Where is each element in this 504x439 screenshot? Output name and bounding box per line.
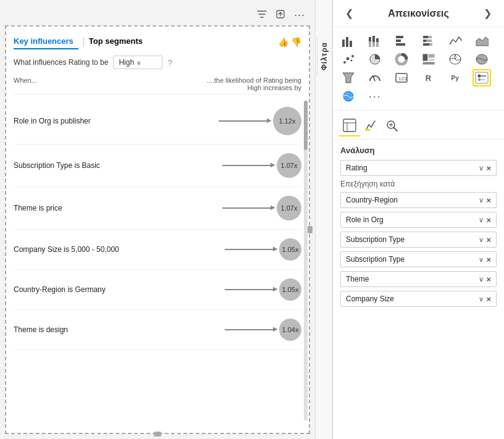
influencer-bubble: 1.07x bbox=[277, 196, 301, 220]
viz-stacked-horizontal-bar[interactable] bbox=[419, 32, 438, 49]
viz-horizontal-bar[interactable] bbox=[392, 32, 411, 49]
scrollbar-thumb[interactable] bbox=[304, 101, 308, 150]
viz-line-chart[interactable] bbox=[446, 32, 464, 49]
analyze-field-pill[interactable]: Rating ∨ × bbox=[340, 160, 497, 176]
svg-point-36 bbox=[477, 75, 481, 78]
help-icon[interactable]: ? bbox=[167, 58, 172, 67]
field-chevron[interactable]: ∨ bbox=[479, 216, 484, 224]
list-item[interactable]: Subscription Type is Basic 1.07x bbox=[14, 144, 301, 187]
svg-rect-44 bbox=[365, 129, 370, 131]
field-chevron[interactable]: ∨ bbox=[479, 275, 484, 283]
viz-scatter[interactable] bbox=[339, 51, 358, 68]
viz-key-influencers[interactable] bbox=[472, 69, 491, 86]
svg-rect-18 bbox=[429, 43, 432, 46]
svg-rect-5 bbox=[369, 41, 371, 47]
explain-field-5[interactable]: Company Size ∨ × bbox=[340, 291, 497, 307]
field-chevron[interactable]: ∨ bbox=[479, 236, 484, 244]
analyze-field-chevron[interactable]: ∨ bbox=[479, 164, 484, 172]
viz-icons-grid: 123 R Py ··· bbox=[333, 27, 504, 111]
list-item[interactable]: Country-Region is Germany 1.05x bbox=[14, 270, 301, 310]
svg-rect-4 bbox=[369, 37, 371, 41]
filter-panel-label[interactable]: Φίλτρα bbox=[317, 37, 331, 75]
when-label: When... bbox=[14, 77, 203, 91]
field-close[interactable]: × bbox=[486, 196, 491, 204]
svg-marker-19 bbox=[476, 37, 489, 46]
viz-azure-map[interactable] bbox=[339, 88, 358, 105]
field-chevron[interactable]: ∨ bbox=[479, 196, 484, 204]
viz-filled-map[interactable] bbox=[472, 51, 491, 68]
arrow-line bbox=[225, 249, 274, 250]
influencer-bubble: 1.04x bbox=[279, 319, 301, 341]
field-close[interactable]: × bbox=[486, 275, 491, 283]
viz-python-script[interactable]: Py bbox=[446, 69, 464, 86]
column-headers: When... ....the likelihood of Rating bei… bbox=[14, 77, 301, 94]
viz-map[interactable] bbox=[446, 51, 464, 68]
tabs-row: Key influencers Top segments 👍 👎 bbox=[14, 34, 301, 49]
viz-more-visuals[interactable]: ··· bbox=[366, 88, 384, 105]
viz-area-chart[interactable] bbox=[472, 32, 491, 49]
list-item[interactable]: Theme is design 1.04x bbox=[14, 310, 301, 350]
scrollbar[interactable] bbox=[304, 101, 308, 420]
list-item[interactable]: Theme is price 1.07x bbox=[14, 187, 301, 230]
viz-pie[interactable] bbox=[366, 51, 384, 68]
analyze-field-close[interactable]: × bbox=[486, 164, 491, 172]
svg-rect-16 bbox=[426, 40, 432, 42]
resize-handle-right[interactable] bbox=[308, 226, 313, 233]
svg-rect-1 bbox=[342, 40, 345, 47]
field-chevron[interactable]: ∨ bbox=[479, 256, 484, 264]
viz-card[interactable]: 123 bbox=[392, 69, 411, 86]
svg-rect-28 bbox=[422, 62, 435, 65]
likelihood-label: ....the likelihood of Rating being High … bbox=[203, 77, 301, 91]
more-options-icon[interactable]: ··· bbox=[292, 7, 308, 23]
influencer-label: Theme is design bbox=[14, 325, 220, 334]
viz-r-script[interactable]: R bbox=[419, 69, 438, 86]
influencer-line bbox=[225, 289, 274, 290]
explain-field-label: Subscription Type bbox=[346, 255, 405, 264]
viz-tab-fields[interactable] bbox=[339, 115, 360, 136]
field-actions: ∨ × bbox=[479, 256, 491, 264]
explain-field-0[interactable]: Country-Region ∨ × bbox=[340, 192, 497, 208]
viz-donut[interactable] bbox=[392, 51, 411, 68]
list-item[interactable]: Company Size is 5,000 - 50,000 1.05x bbox=[14, 230, 301, 270]
influencer-bubble: 1.05x bbox=[279, 238, 301, 261]
viz-treemap[interactable] bbox=[419, 51, 438, 68]
prev-arrow[interactable]: ❮ bbox=[342, 6, 357, 20]
viz-funnel[interactable] bbox=[339, 69, 358, 86]
tab-top-segments[interactable]: Top segments bbox=[89, 34, 148, 49]
visual-container: Key influencers Top segments 👍 👎 What in… bbox=[5, 25, 310, 434]
viz-stacked-bar[interactable] bbox=[366, 32, 384, 49]
svg-rect-12 bbox=[396, 43, 405, 46]
influencer-label: Country-Region is Germany bbox=[14, 285, 220, 294]
influencer-line bbox=[219, 120, 268, 122]
influencers-list: Role in Org is publisher 1.12x Subscript… bbox=[14, 98, 301, 425]
viz-tab-format[interactable] bbox=[360, 115, 381, 136]
field-close[interactable]: × bbox=[486, 216, 491, 224]
viz-gauge[interactable] bbox=[366, 69, 384, 86]
thumbs-up-icon[interactable]: 👍 bbox=[278, 37, 288, 47]
field-actions: ∨ × bbox=[479, 236, 491, 244]
explain-field-3[interactable]: Subscription Type ∨ × bbox=[340, 251, 497, 267]
list-item[interactable]: Role in Org is publisher 1.12x bbox=[14, 98, 301, 144]
share-icon[interactable] bbox=[273, 8, 288, 22]
thumbs-down-icon[interactable]: 👎 bbox=[291, 37, 301, 47]
arrow-line bbox=[219, 120, 268, 122]
svg-text:123: 123 bbox=[398, 76, 407, 82]
explain-field-2[interactable]: Subscription Type ∨ × bbox=[340, 232, 497, 248]
tab-key-influencers[interactable]: Key influencers bbox=[14, 34, 78, 49]
next-arrow[interactable]: ❯ bbox=[480, 6, 495, 20]
resize-handle-bottom[interactable] bbox=[154, 432, 161, 437]
field-close[interactable]: × bbox=[486, 295, 491, 303]
toolbar: ··· bbox=[5, 5, 310, 25]
field-close[interactable]: × bbox=[486, 236, 491, 244]
viz-tab-analytics[interactable] bbox=[381, 115, 402, 136]
filter-icon[interactable] bbox=[254, 8, 269, 22]
rating-dropdown[interactable]: High ∨ bbox=[113, 56, 162, 69]
explain-field-4[interactable]: Theme ∨ × bbox=[340, 271, 497, 287]
explain-field-1[interactable]: Role in Org ∨ × bbox=[340, 212, 497, 228]
viz-bar-chart[interactable] bbox=[339, 32, 358, 49]
field-actions: ∨ × bbox=[479, 275, 491, 283]
field-chevron[interactable]: ∨ bbox=[479, 295, 484, 303]
field-close[interactable]: × bbox=[486, 256, 491, 264]
svg-rect-41 bbox=[343, 119, 356, 132]
svg-rect-35 bbox=[476, 72, 488, 83]
